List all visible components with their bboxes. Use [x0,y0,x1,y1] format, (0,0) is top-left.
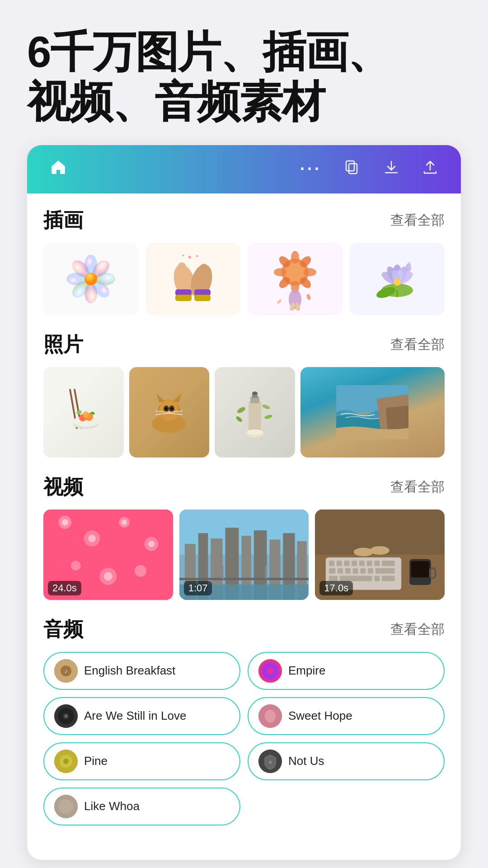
svg-point-98 [135,565,146,576]
share-icon[interactable] [422,159,438,179]
svg-point-81 [235,415,243,423]
svg-rect-18 [194,295,211,301]
svg-marker-63 [173,393,182,402]
svg-point-92 [122,519,127,525]
svg-rect-118 [337,561,342,566]
audio-chip-empire[interactable]: Empire [248,652,445,690]
audio-title: 音频 [43,616,83,643]
svg-point-37 [277,298,282,304]
audio-thumb-pine [54,750,78,773]
svg-text:✦: ✦ [182,254,185,258]
photos-grid [43,367,445,458]
audio-chip-are-we-still-in-love[interactable]: Are We Still in Love [43,697,240,735]
app-topbar: ··· [27,145,461,193]
svg-point-79 [236,406,246,414]
photos-title: 照片 [43,331,83,358]
illust-bubble-flower[interactable] [43,243,138,315]
svg-text:♪: ♪ [65,667,68,675]
download-icon[interactable] [383,159,399,179]
topbar-right-icons: ··· [300,159,438,179]
svg-rect-17 [194,289,211,296]
svg-rect-75 [249,401,261,430]
video-duration-3: 17.0s [319,581,353,595]
illust-girl-flower[interactable] [248,243,343,315]
audio-label-english-breakfast: English Breakfast [84,664,175,678]
svg-text:⚔: ⚔ [268,760,272,764]
svg-rect-120 [352,561,357,566]
svg-rect-121 [359,561,365,566]
illustrations-section: 插画 查看全部 [43,207,445,315]
app-card: ··· [27,145,461,860]
video-keyboard[interactable]: 17.0s [315,509,445,600]
video-duration-2: 1:07 [184,581,212,595]
audio-chip-not-us[interactable]: ⚔ Not Us [248,742,445,780]
photo-cat[interactable] [129,367,210,458]
photo-oils[interactable] [215,367,295,458]
audio-view-all[interactable]: 查看全部 [390,620,445,639]
audio-header: 音频 查看全部 [43,616,445,643]
svg-rect-126 [338,568,343,574]
audio-thumb-empire [258,659,282,683]
photo-food[interactable] [43,367,124,458]
svg-point-61 [158,399,180,421]
svg-rect-129 [361,568,366,574]
audio-chip-sweet-hope[interactable]: Sweet Hope [248,697,445,735]
svg-point-58 [76,410,82,415]
svg-point-139 [354,547,373,556]
audio-label-empire: Empire [288,664,325,678]
svg-point-90 [88,535,96,542]
svg-rect-135 [382,576,395,581]
svg-point-67 [170,407,173,410]
audio-label-sweet-hope: Sweet Hope [288,709,352,723]
hero-title: 6千万图片、插画、 视频、音频素材 [0,0,488,145]
audio-chip-english-breakfast[interactable]: ♪ English Breakfast [43,652,240,690]
layers-icon[interactable] [344,159,361,179]
audio-chip-pine[interactable]: Pine [43,742,240,780]
svg-point-36 [306,293,311,301]
svg-rect-13 [175,289,192,296]
svg-rect-124 [382,561,395,566]
svg-point-24 [291,251,299,264]
svg-rect-1 [349,164,357,174]
svg-rect-133 [340,576,372,581]
svg-point-48 [394,278,401,286]
svg-point-80 [262,404,271,410]
svg-rect-122 [367,561,372,566]
audio-thumb-english-breakfast: ♪ [54,659,78,683]
svg-point-88 [62,519,68,525]
illust-clapping-hands[interactable]: ✦ ✦ ✦ [145,243,240,315]
illust-lotus[interactable] [350,243,445,315]
svg-point-158 [59,799,73,814]
svg-rect-132 [329,576,338,581]
svg-point-50 [408,262,411,269]
svg-point-66 [165,407,168,410]
video-city[interactable]: 1:07 [179,509,309,600]
photo-sea[interactable] [300,367,445,458]
illustrations-header: 插画 查看全部 [43,207,445,234]
videos-view-all[interactable]: 查看全部 [390,478,445,496]
home-icon[interactable] [50,159,67,180]
audio-thumb-sweet-hope [258,704,282,728]
audio-label-pine: Pine [84,754,108,768]
svg-point-78 [252,392,258,395]
svg-point-154 [63,759,69,764]
svg-rect-0 [346,161,354,171]
svg-marker-62 [156,393,165,402]
photos-view-all[interactable]: 查看全部 [390,335,445,354]
svg-rect-14 [175,295,192,301]
svg-point-145 [258,659,282,683]
audio-section: 音频 查看全部 ♪ English Breakfast [43,616,445,826]
svg-rect-119 [344,561,350,566]
illustrations-row: ✦ ✦ ✦ [43,243,445,315]
audio-chip-like-whoa[interactable]: Like Whoa [43,788,240,826]
svg-rect-117 [329,561,334,566]
videos-section: 视频 查看全部 [43,474,445,600]
svg-point-95 [71,561,80,570]
illustrations-view-all[interactable]: 查看全部 [390,211,445,230]
svg-point-94 [148,541,155,547]
svg-rect-127 [345,568,351,574]
svg-text:✦: ✦ [195,254,199,259]
more-icon[interactable]: ··· [300,160,322,179]
svg-point-97 [104,572,113,580]
video-pink-drops[interactable]: 24.0s [43,509,173,600]
